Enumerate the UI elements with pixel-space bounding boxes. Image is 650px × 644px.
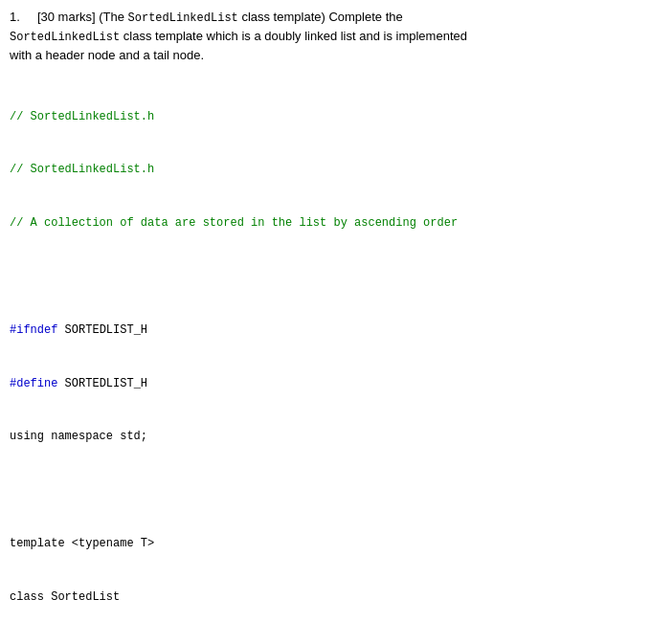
question-marks: [30 marks]	[37, 10, 96, 24]
code-template: template <typename T>	[10, 535, 640, 553]
code-comment2: // SortedLinkedList.h	[10, 161, 640, 179]
question-container: 1. [30 marks] (The SortedLinkedList clas…	[10, 8, 640, 644]
question-number: 1.	[10, 10, 20, 24]
class-name-inline: SortedLinkedList	[128, 11, 238, 25]
code-define: #define SORTEDLIST_H	[10, 375, 640, 393]
code-comment1: // SortedLinkedList.h	[10, 108, 640, 126]
class-name-inline2: SortedLinkedList	[10, 31, 120, 44]
code-block: // SortedLinkedList.h // SortedLinkedLis…	[10, 73, 640, 645]
code-using: using namespace std;	[10, 428, 640, 446]
question-description: 1. [30 marks] (The SortedLinkedList clas…	[10, 8, 640, 65]
code-ifndef: #ifndef SORTEDLIST_H	[10, 322, 640, 340]
code-blank2	[10, 481, 640, 500]
code-comment3: // A collection of data are stored in th…	[10, 214, 640, 233]
code-class: class SortedList	[10, 588, 640, 607]
code-blank1	[10, 268, 640, 286]
